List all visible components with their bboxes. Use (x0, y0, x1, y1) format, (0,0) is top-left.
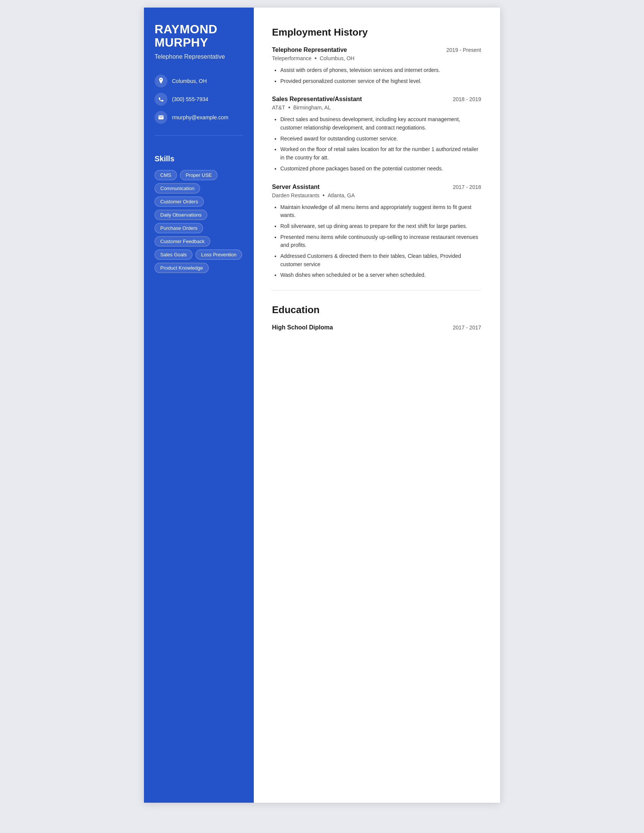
contact-location: Columbus, OH (155, 75, 243, 87)
skill-tag: Customer Feedback (155, 236, 210, 246)
job-location: Birmingham, AL (293, 105, 331, 111)
job-item: Server Assistant2017 - 2018Darden Restau… (272, 183, 481, 280)
job-meta: Darden Restaurants • Atlanta, GA (272, 192, 481, 199)
jobs-container: Telephone Representative2019 - PresentTe… (272, 47, 481, 280)
bullet-item: Worked on the floor of retail sales loca… (280, 145, 481, 162)
job-header: Telephone Representative2019 - Present (272, 47, 481, 53)
job-meta: Teleperformance • Columbus, OH (272, 55, 481, 62)
job-dates: 2018 - 2019 (453, 96, 481, 102)
job-company: Darden Restaurants (272, 192, 319, 198)
skill-tag: Sales Goals (155, 249, 192, 260)
education-container: High School Diploma2017 - 2017 (272, 324, 481, 331)
skill-tag: Proper USE (180, 170, 217, 180)
bullet-item: Maintain knowledge of all menu items and… (280, 203, 481, 220)
job-title: Server Assistant (272, 183, 320, 190)
job-header: Sales Representative/Assistant2018 - 201… (272, 96, 481, 103)
bullet-item: Assist with orders of phones, television… (280, 66, 481, 75)
job-item: Telephone Representative2019 - PresentTe… (272, 47, 481, 85)
contact-section: Columbus, OH (300) 555-7934 rmurphy@exam… (155, 75, 243, 135)
phone-text: (300) 555-7934 (172, 96, 208, 102)
name-line1: RAYMOND (155, 23, 217, 36)
education-item: High School Diploma2017 - 2017 (272, 324, 481, 331)
candidate-title: Telephone Representative (155, 53, 243, 61)
skill-tag: Daily Observations (155, 210, 207, 220)
main-content: Employment History Telephone Representat… (254, 8, 500, 803)
education-heading: Education (272, 304, 481, 316)
job-header: Server Assistant2017 - 2018 (272, 183, 481, 190)
skill-tag: Communication (155, 183, 200, 193)
dot-separator: • (322, 192, 325, 199)
skill-tag: Product Knowledge (155, 263, 209, 273)
bullet-item: Presented menu items while continuously … (280, 233, 481, 249)
employment-heading: Employment History (272, 26, 481, 38)
dot-separator: • (288, 104, 291, 111)
bullet-item: Customized phone packages based on the p… (280, 165, 481, 173)
bullet-item: Wash dishes when scheduled or be a serve… (280, 271, 481, 280)
bullet-item: Provided personalized customer service o… (280, 77, 481, 85)
job-bullets: Assist with orders of phones, television… (272, 66, 481, 85)
job-company: Teleperformance (272, 55, 311, 61)
job-title: Sales Representative/Assistant (272, 96, 362, 103)
location-text: Columbus, OH (172, 78, 207, 84)
contact-email: rmurphy@example.com (155, 111, 243, 124)
degree-dates: 2017 - 2017 (453, 325, 481, 331)
job-location: Atlanta, GA (328, 192, 355, 198)
skill-tag: Purchase Orders (155, 223, 203, 233)
section-divider (272, 290, 481, 290)
contact-phone: (300) 555-7934 (155, 93, 243, 106)
email-icon (155, 111, 167, 124)
bullet-item: Roll silverware, set up dining areas to … (280, 222, 481, 231)
phone-icon (155, 93, 167, 106)
bullet-item: Received award for outstanding customer … (280, 135, 481, 143)
job-company: AT&T (272, 105, 285, 111)
skills-section: Skills CMSProper USECommunicationCustome… (155, 154, 243, 273)
sidebar: RAYMOND MURPHY Telephone Representative … (144, 8, 254, 803)
job-dates: 2019 - Present (446, 47, 481, 53)
candidate-name: RAYMOND MURPHY (155, 23, 243, 49)
job-bullets: Maintain knowledge of all menu items and… (272, 203, 481, 280)
job-item: Sales Representative/Assistant2018 - 201… (272, 96, 481, 173)
skill-tag: Customer Orders (155, 196, 204, 207)
job-location: Columbus, OH (320, 55, 354, 61)
bullet-item: Direct sales and business development, i… (280, 116, 481, 132)
dot-separator: • (314, 55, 317, 62)
skills-heading: Skills (155, 154, 243, 163)
job-dates: 2017 - 2018 (453, 184, 481, 190)
skill-tag: Loss Prevention (195, 249, 242, 260)
skills-tags: CMSProper USECommunicationCustomer Order… (155, 170, 243, 273)
bullet-item: Addressed Customers & directed them to t… (280, 252, 481, 269)
degree-title: High School Diploma (272, 324, 333, 331)
name-line2: MURPHY (155, 35, 208, 49)
resume-container: RAYMOND MURPHY Telephone Representative … (144, 8, 500, 803)
job-bullets: Direct sales and business development, i… (272, 116, 481, 173)
skill-tag: CMS (155, 170, 177, 180)
email-text: rmurphy@example.com (172, 114, 229, 121)
job-title: Telephone Representative (272, 47, 347, 53)
location-icon (155, 75, 167, 87)
job-meta: AT&T • Birmingham, AL (272, 104, 481, 111)
